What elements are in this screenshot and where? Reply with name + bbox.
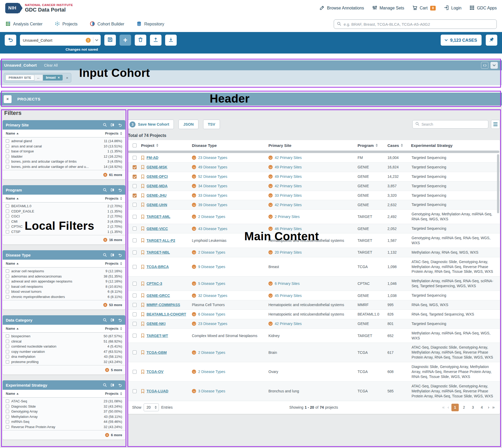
bookmark-icon[interactable] xyxy=(141,312,144,317)
primary-site-expander[interactable]: 45 Primary Sites xyxy=(268,294,302,298)
collapse-query-button[interactable] xyxy=(490,62,498,69)
facet-search-icon[interactable] xyxy=(103,383,107,387)
facet-projects-sort[interactable]: Projects xyxy=(105,392,122,396)
column-header-cases[interactable]: Cases xyxy=(385,143,409,148)
facet-value-label[interactable]: Methylation Array xyxy=(11,415,102,419)
row-checkbox[interactable] xyxy=(133,370,137,374)
nav-projects[interactable]: Projects xyxy=(55,21,78,28)
project-link[interactable]: GENIE-DFCI xyxy=(147,174,168,179)
close-app-button[interactable]: × xyxy=(4,95,12,103)
remove-filter-button[interactable]: × xyxy=(65,76,69,80)
bookmark-icon[interactable] xyxy=(141,293,144,298)
facet-checkbox[interactable] xyxy=(6,280,9,283)
disease-type-expander[interactable]: 3 Disease Types xyxy=(192,389,225,393)
column-header-project[interactable]: Project xyxy=(139,143,190,148)
filter-value-pill[interactable]: breast × xyxy=(43,75,63,81)
facet-value-label[interactable]: copy number variation xyxy=(11,350,101,354)
tsv-export-button[interactable]: TSV xyxy=(203,120,220,129)
facet-flip-icon[interactable] xyxy=(110,253,115,257)
facet-flip-icon[interactable] xyxy=(110,188,115,192)
facet-name-sort[interactable]: Name xyxy=(6,262,19,265)
bookmark-icon[interactable] xyxy=(141,226,144,231)
import-cohort-button[interactable] xyxy=(150,35,161,46)
select-all-checkbox[interactable] xyxy=(133,143,137,147)
project-link[interactable]: GENIE-NKI xyxy=(147,322,165,326)
facet-value-label[interactable]: adrenal gland xyxy=(11,139,102,143)
facet-checkbox[interactable] xyxy=(6,275,9,278)
facet-show-more[interactable]: 6 more xyxy=(3,430,125,440)
sort-icon[interactable] xyxy=(376,144,378,147)
project-link[interactable]: TARGET-ALL-P2 xyxy=(147,238,175,243)
disease-type-expander[interactable]: 2 Disease Types xyxy=(192,350,225,355)
bookmark-icon[interactable] xyxy=(141,202,144,207)
facet-value-label[interactable]: Reverse Phase Protein Array xyxy=(11,425,101,429)
row-checkbox[interactable] xyxy=(133,175,137,179)
facet-checkbox[interactable] xyxy=(6,290,9,293)
facet-value-label[interactable]: biospecimen xyxy=(11,334,101,338)
column-menu-button[interactable] xyxy=(491,120,500,129)
project-link[interactable]: GENIE-JHU xyxy=(147,193,166,198)
facet-value-label[interactable]: clinical xyxy=(11,339,101,343)
row-checkbox[interactable] xyxy=(133,194,137,198)
project-link[interactable]: TARGET-WT xyxy=(147,334,168,338)
facet-value-label[interactable]: bladder xyxy=(11,154,101,158)
primary-site-expander[interactable]: 2 Primary Sites xyxy=(268,215,300,219)
disease-type-expander[interactable]: 2 Disease Types xyxy=(192,250,225,254)
nav-repository[interactable]: Repository xyxy=(136,21,164,28)
primary-site-expander[interactable]: 6 Primary Sites xyxy=(268,281,300,286)
bookmark-icon[interactable] xyxy=(141,174,144,179)
vertical-scrollbar[interactable] xyxy=(497,154,499,213)
expand-query-button[interactable] xyxy=(481,62,488,69)
facet-checkbox[interactable] xyxy=(6,350,9,353)
remove-value-icon[interactable]: × xyxy=(58,76,60,79)
manage-sets-link[interactable]: Manage Sets xyxy=(372,5,404,12)
facet-search-icon[interactable] xyxy=(103,188,107,192)
disease-type-expander[interactable]: 32 Disease Types xyxy=(192,294,227,298)
pin-button[interactable] xyxy=(486,35,497,46)
facet-reset-icon[interactable] xyxy=(118,383,122,387)
facet-reset-icon[interactable] xyxy=(118,253,122,257)
page-button[interactable]: 2 xyxy=(460,404,468,411)
cases-count-button[interactable]: 9,123 CASES xyxy=(441,35,482,46)
project-link[interactable]: TCGA-OV xyxy=(147,370,164,374)
row-checkbox[interactable] xyxy=(133,227,137,231)
disease-type-expander[interactable]: 9 Disease Types xyxy=(192,265,225,269)
page-button[interactable]: 3 xyxy=(469,404,477,411)
project-link[interactable]: GENIE-GRCC xyxy=(147,294,170,298)
facet-value-label[interactable]: proteome profiling xyxy=(11,360,101,364)
facet-value-label[interactable]: Diagnostic Slide xyxy=(11,404,101,408)
bookmark-icon[interactable] xyxy=(141,250,144,255)
facet-reset-icon[interactable] xyxy=(118,188,122,192)
facet-value-label[interactable]: blood vessel tumors xyxy=(11,290,106,294)
project-link[interactable]: CPTAC-3 xyxy=(147,281,162,286)
facet-checkbox[interactable] xyxy=(6,334,9,338)
row-checkbox[interactable] xyxy=(133,215,137,219)
facet-value-label[interactable]: BEATAML1.0 xyxy=(11,204,105,208)
login-link[interactable]: Login xyxy=(444,5,461,12)
row-checkbox[interactable] xyxy=(133,294,137,297)
disease-type-expander[interactable]: 23 Disease Types xyxy=(192,156,227,160)
primary-site-expander[interactable]: 46 Primary Sites xyxy=(268,227,302,231)
facet-search-icon[interactable] xyxy=(103,318,107,322)
facet-search-icon[interactable] xyxy=(103,123,107,127)
disease-type-expander[interactable]: 2 Disease Types xyxy=(192,215,225,219)
bookmark-icon[interactable] xyxy=(141,389,144,393)
facet-value-label[interactable]: basal cell neoplasms xyxy=(11,285,103,289)
facet-reset-icon[interactable] xyxy=(118,318,122,322)
primary-site-expander[interactable]: 42 Primary Sites xyxy=(268,184,302,188)
facet-checkbox[interactable] xyxy=(6,150,9,153)
bookmark-icon[interactable] xyxy=(141,215,144,219)
project-link[interactable]: FM-AD xyxy=(147,156,158,160)
facet-projects-sort[interactable]: Projects xyxy=(105,196,122,200)
facet-show-more[interactable]: 61 more xyxy=(3,170,125,179)
facet-checkbox[interactable] xyxy=(6,220,9,223)
project-link[interactable]: GENIE-MDA xyxy=(147,184,168,188)
facet-value-label[interactable]: combined nucleotide variation xyxy=(11,344,105,348)
disease-type-expander[interactable]: 2 Disease Types xyxy=(192,370,225,374)
facet-search-icon[interactable] xyxy=(103,253,107,257)
project-link[interactable]: GENIE-MSK xyxy=(147,165,167,169)
facet-value-label[interactable]: CDDP_EAGLE xyxy=(11,209,105,213)
bookmark-icon[interactable] xyxy=(141,303,144,307)
disease-type-expander[interactable]: 5 Disease Types xyxy=(192,281,225,286)
row-checkbox[interactable] xyxy=(133,250,137,254)
